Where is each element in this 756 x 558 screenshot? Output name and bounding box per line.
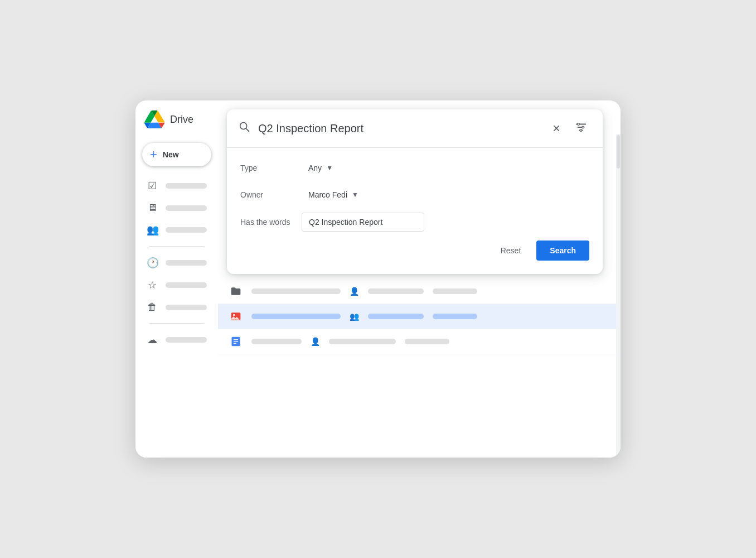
sidebar-label-bar <box>166 305 207 310</box>
chevron-down-icon: ▼ <box>352 191 358 199</box>
search-bar: Q2 Inspection Report × <box>227 109 603 148</box>
file-size-bar <box>433 314 477 319</box>
star-icon: ☆ <box>147 279 158 291</box>
sidebar-label-bar <box>166 282 207 288</box>
filter-icon[interactable] <box>570 119 592 138</box>
main-content: Q2 Inspection Report × Type <box>218 100 621 458</box>
sidebar: Drive + New ☑ 🖥 👥 🕐 <box>135 100 218 458</box>
has-words-filter-row: Has the words <box>240 213 589 232</box>
has-words-input[interactable] <box>302 213 424 232</box>
table-row[interactable]: 👤 <box>218 279 621 304</box>
folder-icon <box>229 285 243 298</box>
monitor-icon: 🖥 <box>147 202 158 214</box>
file-list: 👤 👥 <box>218 279 621 458</box>
svg-point-5 <box>578 123 580 125</box>
trash-icon: 🗑 <box>147 301 158 313</box>
sidebar-label-bar <box>166 183 207 189</box>
owner-select[interactable]: Marco Fedi ▼ <box>302 186 365 204</box>
shared-icon: 👤 <box>311 337 320 346</box>
sidebar-divider <box>149 246 205 247</box>
file-size-bar <box>405 339 449 344</box>
sidebar-item-trash[interactable]: 🗑 <box>140 297 214 318</box>
file-date-bar <box>368 314 424 319</box>
sidebar-label-bar <box>166 337 207 343</box>
type-value: Any <box>308 163 322 172</box>
new-button-label: New <box>163 150 179 159</box>
search-icon <box>238 121 250 136</box>
file-name-bar <box>251 288 341 294</box>
sidebar-label-bar <box>166 227 207 233</box>
sidebar-label-bar <box>166 260 207 266</box>
filter-section: Type Any ▼ Owner Marco Fedi ▼ Has the wo… <box>227 148 603 274</box>
close-icon[interactable]: × <box>550 118 563 138</box>
clock-icon: 🕐 <box>147 257 158 269</box>
reset-button[interactable]: Reset <box>490 242 532 259</box>
search-button[interactable]: Search <box>536 240 589 261</box>
sidebar-item-recent[interactable]: 🕐 <box>140 252 214 273</box>
sidebar-label-bar <box>166 205 207 211</box>
sidebar-item-starred[interactable]: ☆ <box>140 275 214 296</box>
svg-point-6 <box>582 126 584 128</box>
owner-filter-row: Owner Marco Fedi ▼ <box>240 186 589 204</box>
type-label: Type <box>240 163 302 172</box>
table-row[interactable]: 👥 <box>218 304 621 329</box>
svg-line-1 <box>246 128 249 131</box>
type-filter-row: Type Any ▼ <box>240 159 589 177</box>
file-date-bar <box>368 288 424 294</box>
file-name-bar <box>251 339 302 344</box>
shared-icon: 👤 <box>350 287 359 296</box>
svg-point-9 <box>233 314 235 316</box>
owner-value: Marco Fedi <box>308 190 347 199</box>
plus-icon: + <box>150 148 157 161</box>
type-select[interactable]: Any ▼ <box>302 159 340 177</box>
scrollbar-thumb <box>617 135 620 169</box>
sidebar-item-mydrive[interactable]: ☑ <box>140 175 214 196</box>
cloud-icon: ☁ <box>147 334 158 346</box>
search-panel: Q2 Inspection Report × Type <box>227 109 603 274</box>
sidebar-item-storage[interactable]: ☁ <box>140 329 214 350</box>
search-query-text: Q2 Inspection Report <box>258 122 542 135</box>
sidebar-item-computers[interactable]: 🖥 <box>140 198 214 218</box>
sidebar-divider-2 <box>149 323 205 324</box>
scrollbar[interactable] <box>616 134 621 458</box>
new-button[interactable]: + New <box>142 143 211 166</box>
file-name-bar <box>251 314 341 319</box>
owner-label: Owner <box>240 190 302 199</box>
filter-actions: Reset Search <box>240 240 589 261</box>
sidebar-nav: ☑ 🖥 👥 🕐 ☆ 🗑 <box>135 175 218 350</box>
people-icon: 👥 <box>147 224 158 236</box>
chevron-down-icon: ▼ <box>326 164 333 172</box>
sidebar-header: Drive <box>135 109 218 138</box>
sidebar-item-shared[interactable]: 👥 <box>140 219 214 240</box>
shared-icon: 👥 <box>350 312 359 321</box>
drive-logo-icon <box>144 109 164 129</box>
check-square-icon: ☑ <box>147 180 158 192</box>
doc-icon <box>229 335 243 348</box>
file-date-bar <box>329 339 396 344</box>
svg-point-7 <box>580 129 582 131</box>
image-icon <box>229 310 243 323</box>
app-title: Drive <box>170 114 193 126</box>
table-row[interactable]: 👤 <box>218 329 621 354</box>
has-words-label: Has the words <box>240 218 302 227</box>
file-size-bar <box>433 288 477 294</box>
